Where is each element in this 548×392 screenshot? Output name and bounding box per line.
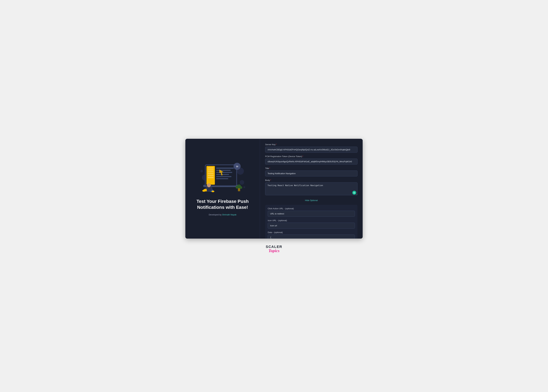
developed-by-text: Developed by Shrinath Nayak xyxy=(209,213,237,216)
svg-point-34 xyxy=(200,170,203,172)
topics-text: Topics xyxy=(268,249,280,253)
svg-rect-16 xyxy=(208,173,214,174)
right-panel: Server Key* FCM Registration Token (Devi… xyxy=(260,139,363,238)
body-group: Body* G xyxy=(265,179,358,196)
body-label: Body* xyxy=(265,179,358,182)
required-star: * xyxy=(276,143,277,146)
svg-rect-12 xyxy=(216,178,228,179)
svg-point-32 xyxy=(236,186,238,189)
required-star-4: * xyxy=(270,179,271,182)
svg-rect-30 xyxy=(238,188,240,191)
hero-title: Test Your Firebase Push Notifications wi… xyxy=(192,198,253,210)
svg-rect-11 xyxy=(216,176,231,177)
svg-rect-13 xyxy=(208,168,214,168)
bottom-logo: SCALER Topics xyxy=(266,245,282,253)
hide-optional-button[interactable]: Hide Optional xyxy=(265,198,358,202)
body-textarea-wrapper: G xyxy=(265,182,358,196)
svg-rect-8 xyxy=(216,170,231,171)
required-star-3: * xyxy=(269,167,270,169)
icon-url-label: Icon URL - (optional) xyxy=(268,219,355,222)
svg-point-27 xyxy=(211,191,214,192)
data-label: Data - (optional) xyxy=(268,231,355,234)
data-textarea[interactable]: { "data": {"screenName":"NotificationScr… xyxy=(268,235,355,238)
svg-rect-9 xyxy=(216,172,232,173)
svg-rect-14 xyxy=(208,169,214,170)
developer-link[interactable]: Shrinath Nayak xyxy=(222,213,237,216)
icon-url-group: Icon URL - (optional) xyxy=(268,219,355,229)
left-panel: ✉ xyxy=(185,139,260,238)
svg-point-26 xyxy=(202,190,206,192)
fcm-token-input[interactable] xyxy=(265,159,358,165)
title-group: Title* xyxy=(265,167,358,176)
required-star-2: * xyxy=(302,155,303,158)
svg-rect-18 xyxy=(208,177,214,178)
svg-rect-15 xyxy=(208,171,214,172)
icon-url-input[interactable] xyxy=(268,223,355,229)
svg-rect-10 xyxy=(216,174,229,175)
server-key-group: Server Key* xyxy=(265,143,358,153)
data-group: Data - (optional) { "data": {"screenName… xyxy=(268,231,355,238)
svg-rect-17 xyxy=(208,175,214,176)
title-input[interactable] xyxy=(265,170,358,176)
svg-point-23 xyxy=(207,183,211,187)
svg-point-2 xyxy=(240,180,244,185)
server-key-label: Server Key* xyxy=(265,143,358,146)
optional-section: Click Action URL - (optional) Icon URL -… xyxy=(265,205,358,238)
svg-rect-7 xyxy=(216,168,234,169)
main-card: ✉ xyxy=(185,139,363,238)
title-label: Title* xyxy=(265,167,358,169)
fcm-token-group: FCM Registration Token (Device Token)* xyxy=(265,155,358,165)
click-action-input[interactable] xyxy=(268,211,355,217)
svg-text:✉: ✉ xyxy=(236,165,238,168)
svg-point-35 xyxy=(243,186,245,188)
hero-illustration: ✉ xyxy=(200,161,245,194)
click-action-group: Click Action URL - (optional) xyxy=(268,207,355,217)
fcm-token-label: FCM Registration Token (Device Token)* xyxy=(265,155,358,158)
scaler-text: SCALER xyxy=(266,245,282,249)
data-textarea-wrapper: { "data": {"screenName":"NotificationScr… xyxy=(268,235,355,238)
server-key-input[interactable] xyxy=(265,147,358,153)
click-action-label: Click Action URL - (optional) xyxy=(268,207,355,210)
svg-point-33 xyxy=(240,186,242,189)
svg-rect-29 xyxy=(207,188,211,191)
body-textarea[interactable] xyxy=(265,182,358,195)
